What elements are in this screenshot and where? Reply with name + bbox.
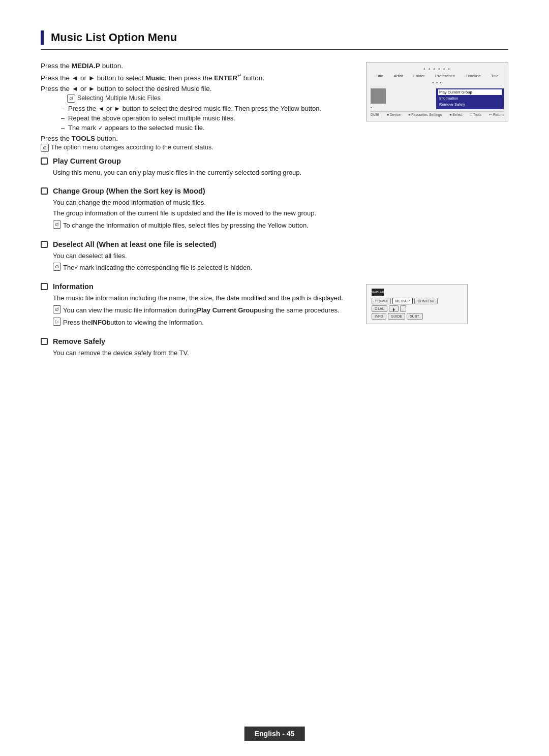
remote-top: SAMSUNG (372, 289, 462, 296)
screen-menu-item-2: Information (438, 96, 502, 101)
step-3: Press the ◄ or ► button to select the de… (41, 85, 356, 132)
section-change-title: Change Group (When the Sort key is Mood) (53, 187, 205, 195)
section-change-header: Change Group (When the Sort key is Mood) (41, 187, 356, 195)
section-deselect-body: You can deselect all files. Ø The ✓ mark… (41, 251, 356, 274)
page-title: Music List Option Menu (51, 31, 177, 44)
step-1: Press the MEDIA.P button. (41, 62, 356, 70)
remote-btn-content: CONTENT (414, 298, 438, 304)
step-4: Press the TOOLS button. Ø The option men… (41, 135, 356, 152)
note-icon-4: Ø (53, 263, 61, 271)
remote-row3: INFO GUIDE SUBT. (372, 313, 462, 320)
remote-row2: D.LVL ▲▼ (372, 305, 462, 312)
remote-btn-dlvl: D.LVL (372, 305, 387, 312)
section-remove-safely: Remove Safely You can remove the device … (41, 337, 356, 359)
section-play-header: Play Current Group (41, 157, 356, 165)
step4-note: Ø The option menu changes according to t… (41, 144, 356, 152)
remote-btn-subt: SUBT. (407, 313, 423, 320)
note-icon-5: Ø (53, 305, 61, 313)
step3-sublist: Press the ◄ or ► button to select the de… (51, 105, 356, 132)
checkbox-play (41, 158, 48, 165)
play-icon: ▷ (53, 318, 61, 326)
section-info-body: The music file information including the… (41, 293, 356, 328)
section-remove-title: Remove Safely (53, 337, 105, 345)
section-change-group: Change Group (When the Sort key is Mood)… (41, 187, 356, 231)
checkbox-change (41, 187, 48, 195)
section-info-title: Information (53, 282, 94, 291)
remote-mockup: SAMSUNG TTXMIX MEDIA.P CONTENT D.LVL ▲▼ … (366, 284, 468, 324)
step3-sub2: Repeat the above operation to select mul… (61, 114, 356, 122)
section-play-current-group: Play Current Group Using this menu, you … (41, 157, 356, 178)
step-2: Press the ◄ or ► button to select Music,… (41, 73, 356, 82)
title-bar (41, 30, 44, 45)
screen-mockup: • • • • • • Title Artist Folder Preferen… (366, 62, 508, 121)
remote-btn-mediap: MEDIA.P (392, 298, 413, 304)
section-info-header: Information (41, 282, 356, 291)
section-deselect-all: Deselect All (When at least one file is … (41, 240, 356, 274)
note-icon: Ø (67, 94, 75, 103)
section-remove-header: Remove Safely (41, 337, 356, 345)
checkbox-deselect (41, 241, 48, 248)
remote-btn-empty (400, 305, 406, 312)
section-deselect-header: Deselect All (When at least one file is … (41, 240, 356, 248)
remote-btn-info: INFO (372, 313, 386, 320)
screen-content: ▪ Play Current Group Information Remove … (371, 88, 504, 109)
content-right: • • • • • • Title Artist Folder Preferen… (366, 62, 508, 367)
section-remove-body: You can remove the device safely from th… (41, 348, 356, 359)
remote-btn-ttxmix: TTXMIX (372, 298, 391, 304)
note-icon-3: Ø (53, 220, 61, 229)
remote-row1: TTXMIX MEDIA.P CONTENT (372, 298, 462, 304)
section-info-note2: ▷ Press the INFO button to viewing the i… (53, 318, 356, 328)
step3-note-header: Ø Selecting Multiple Music Files (51, 94, 356, 103)
screen-menu-item-3: Remove Safely (438, 102, 502, 107)
screen-menu: Play Current Group Information Remove Sa… (436, 88, 504, 109)
page-footer: English - 45 (245, 727, 305, 741)
step3-sub1: Press the ◄ or ► button to select the de… (61, 105, 356, 112)
remote-btn-arrow: ▲▼ (389, 305, 399, 312)
note-icon-2: Ø (41, 144, 49, 152)
section-play-title: Play Current Group (53, 157, 121, 165)
remote-wrapper: SAMSUNG TTXMIX MEDIA.P CONTENT D.LVL ▲▼ … (366, 284, 508, 324)
screen-dots-top: • • • • • • (371, 67, 504, 72)
section-change-note: Ø To change the information of multiple … (53, 220, 356, 231)
section-info-note1: Ø You can view the music file informatio… (53, 305, 356, 316)
remote-btn-guide: GUIDE (388, 313, 405, 320)
remote-logo: SAMSUNG (372, 289, 384, 296)
section-deselect-title: Deselect All (When at least one file is … (53, 240, 217, 248)
steps-list: Press the MEDIA.P button. Press the ◄ or… (41, 62, 356, 152)
section-information: Information The music file information i… (41, 282, 356, 328)
step3-sub3: The mark ✓ appears to the selected music… (61, 124, 356, 132)
section-change-body: You can change the mood information of m… (41, 198, 356, 231)
screen-bottom: DUBI ■ Device ■ Favourites Settings ■ Se… (371, 111, 504, 117)
checkbox-remove (41, 338, 48, 345)
section-deselect-note: Ø The ✓ mark indicating the correspondin… (53, 263, 356, 273)
checkbox-info (41, 283, 48, 290)
screen-dots2: • • • (371, 80, 504, 85)
screen-menu-item-1: Play Current Group (438, 89, 502, 95)
screen-tabs: Title Artist Folder Preference Timeline … (371, 74, 504, 78)
content-left: Press the MEDIA.P button. Press the ◄ or… (41, 62, 356, 367)
section-play-body: Using this menu, you can only play music… (41, 168, 356, 178)
title-section: Music List Option Menu (41, 30, 508, 50)
